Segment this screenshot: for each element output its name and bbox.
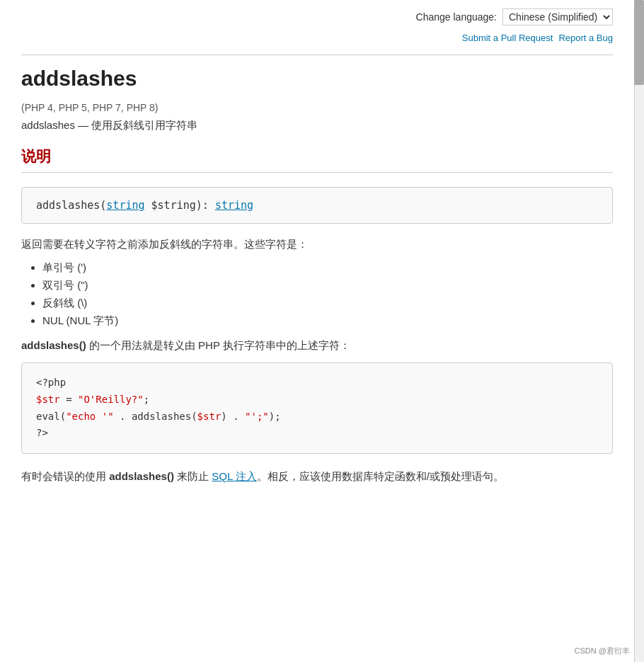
code-line-2: $str = "O'Reilly?"; [36, 392, 598, 409]
list-item: NUL (NUL 字节) [42, 314, 613, 328]
usage-text-suffix: 的一个用法就是转义由 PHP 执行字符串中的上述字符： [86, 339, 350, 351]
watermark: CSDN @君衍丰 [575, 646, 630, 656]
signature-fn-name: addslashes( [36, 199, 106, 212]
description-text: 返回需要在转义字符之前添加反斜线的字符串。这些字符是： [21, 238, 613, 251]
bottom-text-suffix: 。相反，应该使用数据库特定函数和/或预处理语句。 [257, 470, 504, 482]
language-select[interactable]: Chinese (Simplified) English French Germ… [502, 8, 613, 25]
signature-return-type[interactable]: string [215, 199, 253, 212]
signature-param-name: $string [145, 199, 196, 212]
bottom-text-bold: addslashes() [109, 470, 174, 482]
main-content: Change language: Chinese (Simplified) En… [0, 0, 634, 506]
change-language-label: Change language: [416, 11, 497, 23]
function-desc: addslashes — 使用反斜线引用字符串 [21, 119, 613, 132]
signature-separator: ): [196, 199, 215, 212]
code-line-3: eval("echo '" . addslashes($str) . "';")… [36, 409, 598, 426]
submit-pull-request-link[interactable]: Submit a Pull Request [462, 33, 553, 43]
usage-text: addslashes() 的一个用法就是转义由 PHP 执行字符串中的上述字符： [21, 339, 613, 353]
bullet-list: 单引号 (') 双引号 (") 反斜线 (\) NUL (NUL 字节) [42, 261, 613, 328]
scrollbar[interactable] [634, 0, 644, 662]
code-line-1: <?php [36, 375, 598, 392]
top-links: Submit a Pull Request Report a Bug [21, 33, 613, 43]
top-separator [21, 55, 613, 55]
list-item: 单引号 (') [42, 261, 613, 275]
code-line-4: ?> [36, 425, 598, 442]
code-block: <?php $str = "O'Reilly?"; eval("echo '" … [21, 363, 613, 454]
top-bar: Change language: Chinese (Simplified) En… [21, 0, 613, 49]
bottom-text-prefix: 有时会错误的使用 [21, 470, 109, 482]
list-item: 双引号 (") [42, 279, 613, 292]
list-item: 反斜线 (\) [42, 297, 613, 310]
section-title: 说明 [21, 147, 613, 166]
report-bug-link[interactable]: Report a Bug [558, 33, 613, 43]
code-signature-box: addslashes(string $string): string [21, 187, 613, 224]
page-title: addslashes [21, 67, 613, 91]
php-versions: (PHP 4, PHP 5, PHP 7, PHP 8) [21, 102, 613, 113]
signature-param-type[interactable]: string [106, 199, 144, 212]
usage-fn-name: addslashes() [21, 339, 86, 351]
section-separator [21, 172, 613, 173]
scrollbar-thumb[interactable] [634, 0, 644, 85]
sql-injection-link[interactable]: SQL 注入 [212, 470, 257, 482]
bottom-text-middle: 来防止 [174, 470, 212, 482]
bottom-text: 有时会错误的使用 addslashes() 来防止 SQL 注入。相反，应该使用… [21, 468, 613, 485]
